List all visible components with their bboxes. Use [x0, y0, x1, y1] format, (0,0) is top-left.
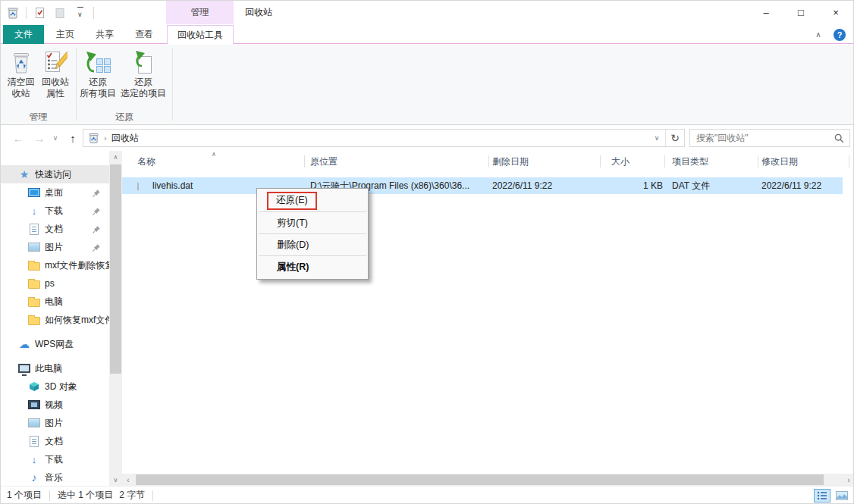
large-icons-view-button[interactable]: [834, 489, 850, 502]
sidebar-item-label: 3D 对象: [45, 380, 77, 393]
minimize-button[interactable]: –: [749, 1, 783, 24]
search-icon[interactable]: [834, 133, 844, 143]
qat-customize-dropdown-icon[interactable]: ∨: [73, 5, 88, 20]
status-bar: 1 个项目 选中 1 个项目 2 字节: [1, 486, 853, 504]
file-row-selected[interactable]: livehis.dat D:\云骑士\Program Files (x86)\3…: [122, 177, 843, 194]
sidebar-item-how-to-recover-folder[interactable]: 如何恢复mxf文件: [1, 311, 109, 329]
close-button[interactable]: ×: [818, 1, 853, 24]
restore-all-items-button[interactable]: 还原 所有项目: [79, 48, 117, 111]
sidebar-item-quick-access[interactable]: ★ 快速访问: [1, 165, 109, 183]
column-separator[interactable]: [600, 155, 601, 167]
qat-new-folder-icon[interactable]: [52, 5, 68, 20]
address-bar[interactable]: › 回收站 ∨ ↻: [83, 129, 685, 147]
tab-file[interactable]: 文件: [3, 25, 44, 44]
context-menu-item-cut[interactable]: 剪切(T): [257, 212, 368, 233]
column-separator[interactable]: [304, 155, 305, 167]
music-icon: ♪: [27, 471, 41, 484]
restore-selected-items-icon: [132, 48, 155, 75]
file-modified-date: 2022/6/11 9:22: [761, 180, 845, 191]
sidebar-item-3d-objects[interactable]: 3D 对象: [1, 377, 109, 396]
manage-contextual-tab[interactable]: 管理: [166, 1, 234, 24]
address-dropdown-icon[interactable]: ∨: [648, 134, 665, 142]
sidebar-item-desktop[interactable]: 桌面: [1, 183, 109, 202]
sidebar-item-wps-cloud[interactable]: ☁ WPS网盘: [1, 335, 109, 353]
tab-share[interactable]: 共享: [86, 25, 124, 44]
explorer-window: ∨ 管理 回收站 – □ × 文件 主页 共享 查看 回收站工具 ∧ ? 清空回…: [0, 0, 854, 504]
sidebar-item-this-pc[interactable]: 此电脑: [1, 359, 109, 377]
column-separator[interactable]: [488, 155, 489, 167]
scrollbar-thumb[interactable]: [110, 164, 121, 374]
context-menu-item-restore[interactable]: 还原(E): [257, 190, 368, 211]
column-separator[interactable]: [849, 155, 849, 167]
sort-ascending-icon: ∧: [212, 151, 216, 158]
refresh-icon[interactable]: ↻: [666, 132, 684, 144]
sidebar-item-pictures[interactable]: 图片: [1, 238, 109, 256]
button-label: 还原: [134, 77, 152, 88]
forward-icon[interactable]: →: [31, 129, 48, 147]
recycle-bin-properties-button[interactable]: 回收站 属性: [38, 48, 73, 111]
context-menu-item-delete[interactable]: 删除(D): [257, 234, 368, 255]
qat-separator: [93, 7, 94, 19]
sidebar-item-label: ps: [45, 278, 55, 289]
recent-locations-dropdown-icon[interactable]: ∨: [49, 129, 61, 147]
tab-home[interactable]: 主页: [46, 25, 84, 44]
breadcrumb[interactable]: 回收站: [111, 132, 648, 145]
ribbon-group-separator: [76, 48, 77, 121]
search-box[interactable]: [689, 129, 850, 147]
context-menu-item-properties[interactable]: 属性(R): [257, 256, 368, 277]
sidebar-item-videos[interactable]: 视频: [1, 396, 109, 414]
tab-view[interactable]: 查看: [125, 25, 163, 44]
maximize-button[interactable]: □: [783, 1, 818, 24]
column-header-size[interactable]: 大小: [611, 151, 657, 172]
address-recycle-bin-icon: [88, 132, 99, 144]
tab-recycle-bin-tools[interactable]: 回收站工具: [167, 25, 234, 45]
up-icon[interactable]: ↑: [64, 129, 81, 147]
folder-icon: [27, 296, 41, 307]
column-separator[interactable]: [664, 155, 665, 167]
sidebar-item-ps-folder[interactable]: ps: [1, 274, 109, 293]
videos-icon: [27, 400, 41, 409]
back-icon[interactable]: ←: [10, 129, 27, 147]
column-header-deleted-date[interactable]: 删除日期: [492, 151, 591, 172]
sidebar-item-documents[interactable]: 文档: [1, 220, 109, 238]
sidebar-item-downloads[interactable]: ↓ 下载: [1, 202, 109, 220]
help-icon[interactable]: ?: [830, 25, 849, 44]
sidebar-item-mxf-recovery-folder[interactable]: mxf文件删除恢复: [1, 256, 109, 274]
file-deleted-date: 2022/6/11 9:22: [492, 180, 591, 191]
sidebar-item-label: 音乐: [45, 471, 63, 484]
ribbon-tab-row: 文件 主页 共享 查看 回收站工具 ∧ ?: [1, 25, 853, 44]
sidebar-item-documents-pc[interactable]: 文档: [1, 432, 109, 450]
pin-icon: [93, 207, 100, 218]
column-header-modified-date[interactable]: 修改日期: [761, 151, 845, 172]
folder-icon: [27, 315, 41, 325]
sidebar-item-music[interactable]: ♪ 音乐: [1, 468, 109, 486]
restore-selected-items-button[interactable]: 还原 选定的项目: [117, 48, 170, 111]
3d-objects-icon: [27, 381, 41, 392]
column-separator[interactable]: [758, 155, 758, 167]
titlebar: ∨ 管理 回收站 – □ ×: [1, 1, 853, 25]
sidebar-item-label: 电脑: [45, 296, 63, 308]
scroll-right-icon[interactable]: ›: [843, 474, 854, 486]
file-item-type: DAT 文件: [672, 180, 748, 193]
empty-recycle-bin-button[interactable]: 清空回 收站: [4, 48, 38, 111]
scrollbar-thumb[interactable]: [136, 474, 824, 485]
sidebar-item-computer-folder[interactable]: 电脑: [1, 293, 109, 311]
scroll-down-icon[interactable]: ∨: [109, 474, 122, 486]
column-header-original-location[interactable]: 原位置: [310, 151, 462, 172]
search-input[interactable]: [690, 133, 834, 143]
sidebar-item-pictures-pc[interactable]: 图片: [1, 414, 109, 432]
horizontal-scrollbar[interactable]: ‹ ›: [122, 474, 854, 486]
sidebar-scrollbar[interactable]: ∧ ∨: [109, 151, 122, 486]
qat-properties-icon[interactable]: [32, 5, 47, 20]
column-header-item-type[interactable]: 项目类型: [672, 151, 748, 172]
scroll-up-icon[interactable]: ∧: [109, 151, 122, 163]
sidebar-item-label: 如何恢复mxf文件: [45, 314, 109, 327]
ribbon-group-manage: 管理: [1, 111, 76, 123]
download-icon: ↓: [27, 205, 41, 217]
details-view-button[interactable]: [814, 489, 830, 502]
quick-access-toolbar: ∨: [5, 4, 94, 22]
collapse-ribbon-icon[interactable]: ∧: [809, 25, 827, 44]
ribbon-group-separator: [172, 48, 173, 121]
scroll-left-icon[interactable]: ‹: [122, 474, 134, 486]
sidebar-item-downloads-pc[interactable]: ↓ 下载: [1, 450, 109, 468]
